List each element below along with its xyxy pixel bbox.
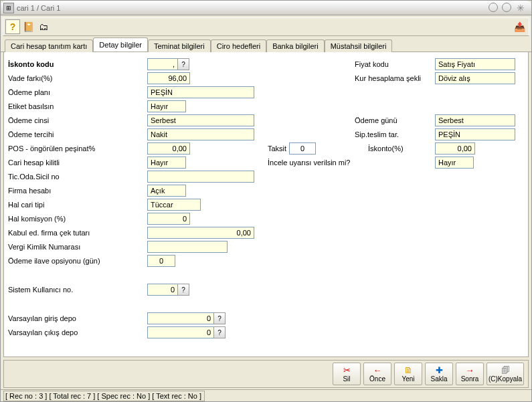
kabul-cek-input[interactable]	[147, 227, 254, 239]
titlebar-buttons: ✳	[489, 3, 529, 13]
sistem-kullanici-lookup[interactable]: ?	[177, 284, 189, 296]
pos-pesinat-input[interactable]	[147, 142, 190, 155]
label-tic-oda: Tic.Oda.Sicil no	[8, 173, 60, 181]
label-hal-komisyon: Hal komisyon (%)	[8, 215, 66, 223]
vade-farki-input[interactable]	[147, 72, 190, 84]
copy-icon: 🗐	[501, 366, 510, 375]
odeme-ilave-input[interactable]	[147, 255, 175, 267]
toolbar: ? 📔 🗂 📤	[3, 17, 529, 36]
copy-label: (C)Kopyala	[489, 375, 522, 383]
etiket-input[interactable]	[147, 100, 186, 112]
tab-banka[interactable]: Banka bilgileri	[266, 39, 324, 52]
next-button[interactable]: → Sonra	[456, 363, 484, 385]
minimize-button[interactable]	[489, 3, 498, 12]
tab-detay-bilgiler[interactable]: Detay bilgiler	[93, 37, 148, 52]
export-button[interactable]: 📤	[512, 19, 527, 34]
varsayilan-giris-lookup[interactable]: ?	[213, 312, 226, 324]
save-icon: ✚	[436, 366, 443, 375]
close-button[interactable]: ✳	[515, 3, 526, 13]
label-taksit: Taksit	[268, 144, 286, 153]
form-panel: İskonto kodu ? Fiyat kodu Vade farkı(%) …	[3, 52, 529, 357]
varsayilan-cikis-input[interactable]	[147, 326, 214, 338]
book-button[interactable]: 📔	[21, 19, 35, 34]
label-sistem-kullanici: Sistem Kullanıcı no.	[8, 286, 73, 294]
cari-kilitli-input[interactable]	[147, 157, 186, 169]
label-cari-kilitli: Cari hesap kilitli	[8, 159, 60, 167]
label-kur-hesap: Kur hesaplama şekli	[355, 74, 421, 82]
tic-oda-input[interactable]	[147, 171, 254, 183]
iskonto-kodu-input[interactable]	[147, 58, 178, 70]
vergi-kimlik-input[interactable]	[147, 241, 228, 253]
firma-hesabi-input[interactable]	[147, 185, 186, 197]
delete-label: Sil	[343, 375, 350, 383]
prev-button[interactable]: ← Önce	[363, 363, 391, 385]
incele-uyari-input[interactable]	[435, 157, 474, 169]
new-doc-icon: 🗎	[404, 366, 413, 375]
help-button[interactable]: ?	[5, 19, 20, 34]
label-etiket: Etiket basılsın	[8, 102, 54, 110]
label-odeme-cinsi: Ödeme cinsi	[8, 116, 49, 124]
save-label: Sakla	[430, 375, 447, 383]
label-odeme-ilave: Ödeme ilave opsiyonu (gün)	[8, 257, 100, 265]
odeme-cinsi-input[interactable]	[147, 114, 254, 126]
label-pos-pesinat: POS - öngörülen peşinat%	[8, 144, 95, 153]
hal-komisyon-input[interactable]	[147, 213, 190, 225]
new-button[interactable]: 🗎 Yeni	[394, 363, 422, 385]
sip-teslim-input[interactable]	[435, 128, 515, 140]
label-odeme-gunu: Ödeme günü	[355, 116, 397, 124]
new-label: Yeni	[402, 375, 414, 383]
label-vade-farki: Vade farkı(%)	[8, 74, 52, 82]
taksit-input[interactable]	[289, 142, 316, 155]
odeme-tercihi-input[interactable]	[147, 128, 254, 140]
app-icon: ⊞	[3, 3, 14, 13]
iskonto-kodu-lookup[interactable]: ?	[177, 58, 189, 70]
label-hal-cari: Hal cari tipi	[8, 201, 44, 209]
arrow-left-icon: ←	[373, 366, 382, 375]
action-bar: ✂ Sil ← Önce 🗎 Yeni ✚ Sakla → Sonra 🗐 (C…	[3, 360, 529, 388]
label-vergi-kimlik: Vergi Kimlik Numarası	[8, 243, 80, 251]
label-varsayilan-cikis: Varsayılan çıkış depo	[8, 328, 78, 336]
save-button[interactable]: ✚ Sakla	[425, 363, 453, 385]
tab-teminat[interactable]: Teminat bilgileri	[148, 39, 211, 52]
odeme-gunu-input[interactable]	[435, 114, 515, 126]
kur-hesap-input[interactable]	[435, 72, 515, 84]
label-firma-hesabi: Firma hesabı	[8, 187, 51, 195]
odeme-plani-input[interactable]	[147, 86, 254, 98]
iskonto-pct-input[interactable]	[435, 142, 475, 155]
varsayilan-giris-input[interactable]	[147, 312, 214, 324]
tab-mustahsil[interactable]: Müstahsil bilgileri	[325, 39, 393, 52]
tab-cari-hesap[interactable]: Cari hesap tanıtım kartı	[5, 39, 93, 52]
label-varsayilan-giris: Varsayılan giriş depo	[8, 314, 76, 322]
label-odeme-plani: Ödeme planı	[8, 88, 50, 96]
label-iskonto-kodu: İskonto kodu	[8, 60, 54, 68]
prev-label: Önce	[369, 375, 385, 383]
delete-button[interactable]: ✂ Sil	[333, 363, 361, 385]
label-sip-teslim: Sip.teslim tar.	[355, 130, 399, 138]
label-kabul-cek: Kabul ed. firma çek tutarı	[8, 229, 90, 237]
copy-button[interactable]: 🗐 (C)Kopyala	[486, 363, 524, 385]
fiyat-kodu-input[interactable]	[435, 58, 515, 70]
next-label: Sonra	[461, 375, 479, 383]
statusbar: [ Rec no : 3 ] [ Total rec : 7 ] [ Spec …	[1, 389, 531, 401]
titlebar: ⊞ cari 1 / Cari 1 ✳	[1, 1, 531, 15]
arrow-right-icon: →	[466, 366, 474, 375]
tabs: Cari hesap tanıtım kartı Detay bilgiler …	[1, 38, 531, 52]
window: ⊞ cari 1 / Cari 1 ✳ ? 📔 🗂 📤 Cari hesap t…	[0, 0, 532, 402]
window-title: cari 1 / Cari 1	[17, 4, 489, 12]
delete-icon: ✂	[343, 366, 351, 375]
label-iskonto-pct: İskonto(%)	[355, 144, 404, 153]
sistem-kullanici-input[interactable]	[147, 284, 178, 296]
tab-ciro[interactable]: Ciro hedefleri	[211, 39, 266, 52]
label-fiyat-kodu: Fiyat kodu	[355, 60, 389, 68]
tool-button[interactable]: 🗂	[36, 19, 51, 34]
status-text: [ Rec no : 3 ] [ Total rec : 7 ] [ Spec …	[3, 391, 205, 401]
hal-cari-input[interactable]	[147, 199, 201, 211]
label-odeme-tercihi: Ödeme tercihi	[8, 130, 54, 138]
varsayilan-cikis-lookup[interactable]: ?	[213, 326, 226, 338]
label-incele-uyari: İncele uyarısı verilsin mi?	[268, 159, 351, 167]
maximize-button[interactable]	[502, 3, 511, 12]
